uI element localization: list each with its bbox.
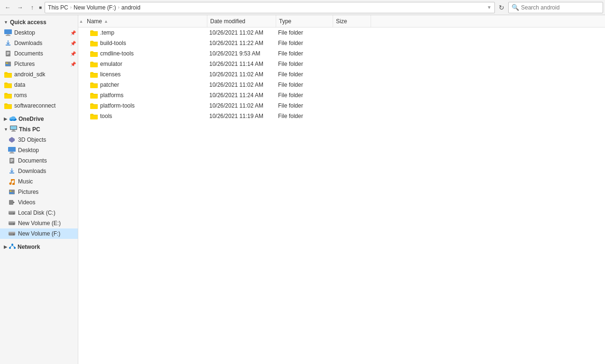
- breadcrumb-volume[interactable]: New Volume (F:): [74, 4, 116, 11]
- folder-icon: [4, 81, 12, 89]
- col-type-label: Type: [279, 18, 291, 25]
- sort-expand[interactable]: ▲: [79, 19, 84, 24]
- sidebar-item-pictures-qa[interactable]: Pictures 📌: [0, 59, 78, 69]
- svg-rect-4: [7, 52, 9, 53]
- sidebar-item-localdisk-c[interactable]: Local Disk (C:): [0, 208, 78, 218]
- breadcrumb[interactable]: This PC › New Volume (F:) › android ▼: [45, 2, 495, 13]
- table-row[interactable]: cmdline-tools 10/26/2021 9:53 AM File fo…: [78, 48, 605, 59]
- svg-point-12: [9, 118, 12, 120]
- documents-icon: [4, 50, 12, 57]
- breadcrumb-current: android: [121, 4, 140, 11]
- table-row[interactable]: platform-tools 10/26/2021 11:02 AM File …: [78, 100, 605, 111]
- up-button[interactable]: ↑: [27, 2, 38, 13]
- pin-icon: 📌: [70, 41, 76, 46]
- sidebar-item-roms[interactable]: roms: [0, 90, 78, 100]
- svg-point-38: [11, 244, 13, 246]
- sidebar-item-label: data: [14, 82, 25, 88]
- col-size-header[interactable]: Size: [333, 15, 371, 27]
- file-date: 10/26/2021 11:02 AM: [209, 71, 278, 78]
- file-type: File folder: [278, 82, 335, 88]
- file-name: platforms: [100, 92, 209, 99]
- sidebar-item-label: softwareconnect: [14, 102, 56, 109]
- folder-icon: [90, 29, 98, 36]
- sidebar-item-music[interactable]: Music: [0, 176, 78, 187]
- onedrive-icon: [9, 116, 17, 122]
- svg-rect-23: [10, 160, 13, 161]
- svg-rect-15: [12, 130, 15, 131]
- svg-marker-17: [9, 137, 15, 143]
- svg-rect-19: [10, 152, 13, 153]
- quick-access-header[interactable]: ▼ Quick access: [0, 17, 78, 27]
- table-row[interactable]: tools 10/26/2021 11:19 AM File folder: [78, 111, 605, 121]
- quick-access-label: Quick access: [10, 19, 47, 26]
- col-date-header[interactable]: Date modified: [207, 15, 276, 27]
- file-name: licenses: [100, 71, 209, 78]
- sidebar-item-documents-pc[interactable]: Documents: [0, 155, 78, 166]
- svg-line-41: [10, 246, 12, 247]
- sidebar: ▼ Quick access Desktop 📌 Downloads 📌 Doc…: [0, 15, 78, 364]
- onedrive-header[interactable]: ▶ OneDrive: [0, 114, 78, 124]
- file-date: 10/26/2021 11:02 AM: [209, 29, 278, 36]
- breadcrumb-expand[interactable]: ■: [39, 5, 42, 10]
- sidebar-item-desktop-qa[interactable]: Desktop 📌: [0, 27, 78, 38]
- disk-icon: [8, 209, 16, 217]
- back-button[interactable]: ←: [2, 2, 13, 13]
- thispc-arrow: ▼: [4, 127, 8, 132]
- thispc-icon: [10, 126, 17, 133]
- file-date: 10/26/2021 11:24 AM: [209, 92, 278, 99]
- file-name: build-tools: [100, 40, 209, 46]
- svg-rect-20: [9, 153, 14, 154]
- svg-point-40: [14, 247, 16, 249]
- table-row[interactable]: emulator 10/26/2021 11:14 AM File folder: [78, 59, 605, 69]
- breadcrumb-dropdown-btn[interactable]: ▼: [487, 5, 492, 10]
- sidebar-item-desktop-pc[interactable]: Desktop: [0, 145, 78, 155]
- content-area: ▲ Name ▲ Date modified Type Size: [78, 15, 605, 364]
- search-box: 🔍: [508, 2, 603, 13]
- sidebar-item-label: Downloads: [18, 168, 46, 174]
- refresh-button[interactable]: ↻: [496, 2, 507, 13]
- music-icon: [8, 178, 16, 185]
- sidebar-item-android-sdk[interactable]: android_sdk: [0, 69, 78, 80]
- col-date-label: Date modified: [210, 18, 245, 25]
- table-row[interactable]: .temp 10/26/2021 11:02 AM File folder: [78, 27, 605, 38]
- sidebar-item-volume-f[interactable]: New Volume (F:): [0, 228, 78, 239]
- svg-rect-30: [9, 211, 15, 212]
- sidebar-item-3dobjects[interactable]: 3D Objects: [0, 135, 78, 145]
- sidebar-item-label: roms: [14, 92, 27, 99]
- sidebar-item-softwareconnect[interactable]: softwareconnect: [0, 100, 78, 111]
- main-layout: ▼ Quick access Desktop 📌 Downloads 📌 Doc…: [0, 15, 605, 364]
- downloads-icon: [8, 167, 16, 175]
- sidebar-item-downloads-qa[interactable]: Downloads 📌: [0, 38, 78, 48]
- sidebar-item-label: Desktop: [14, 29, 35, 36]
- breadcrumb-thispc[interactable]: This PC: [48, 4, 68, 11]
- breadcrumb-sep-1: ›: [70, 5, 72, 10]
- file-type: File folder: [278, 50, 335, 57]
- pictures-icon: [4, 60, 12, 68]
- table-row[interactable]: platforms 10/26/2021 11:24 AM File folde…: [78, 90, 605, 100]
- thispc-header[interactable]: ▼ This PC: [0, 124, 78, 135]
- sidebar-item-videos[interactable]: Videos: [0, 197, 78, 208]
- onedrive-label: OneDrive: [19, 116, 44, 122]
- table-row[interactable]: patcher 10/26/2021 11:02 AM File folder: [78, 80, 605, 90]
- table-row[interactable]: build-tools 10/26/2021 11:22 AM File fol…: [78, 38, 605, 48]
- sidebar-item-label: 3D Objects: [18, 136, 46, 143]
- address-bar: ← → ↑ ■ This PC › New Volume (F:) › andr…: [0, 0, 605, 15]
- network-header[interactable]: ▶ Network: [0, 242, 78, 252]
- onedrive-arrow: ▶: [4, 117, 7, 121]
- svg-rect-16: [11, 131, 16, 132]
- sidebar-item-label: New Volume (E:): [18, 220, 61, 227]
- sidebar-item-label: Documents: [14, 50, 43, 57]
- sidebar-item-downloads-pc[interactable]: Downloads: [0, 166, 78, 176]
- network-label: Network: [18, 244, 40, 250]
- sidebar-item-documents-qa[interactable]: Documents 📌: [0, 48, 78, 59]
- forward-button[interactable]: →: [14, 2, 26, 13]
- table-row[interactable]: licenses 10/26/2021 11:02 AM File folder: [78, 69, 605, 80]
- quick-access-arrow: ▼: [4, 20, 8, 25]
- col-name-header[interactable]: Name ▲: [84, 15, 207, 27]
- col-type-header[interactable]: Type: [276, 15, 333, 27]
- sidebar-item-volume-e[interactable]: New Volume (E:): [0, 218, 78, 228]
- sidebar-item-data[interactable]: data: [0, 80, 78, 90]
- sidebar-item-pictures-pc[interactable]: Pictures: [0, 187, 78, 197]
- search-icon: 🔍: [512, 4, 519, 11]
- search-input[interactable]: [521, 4, 600, 11]
